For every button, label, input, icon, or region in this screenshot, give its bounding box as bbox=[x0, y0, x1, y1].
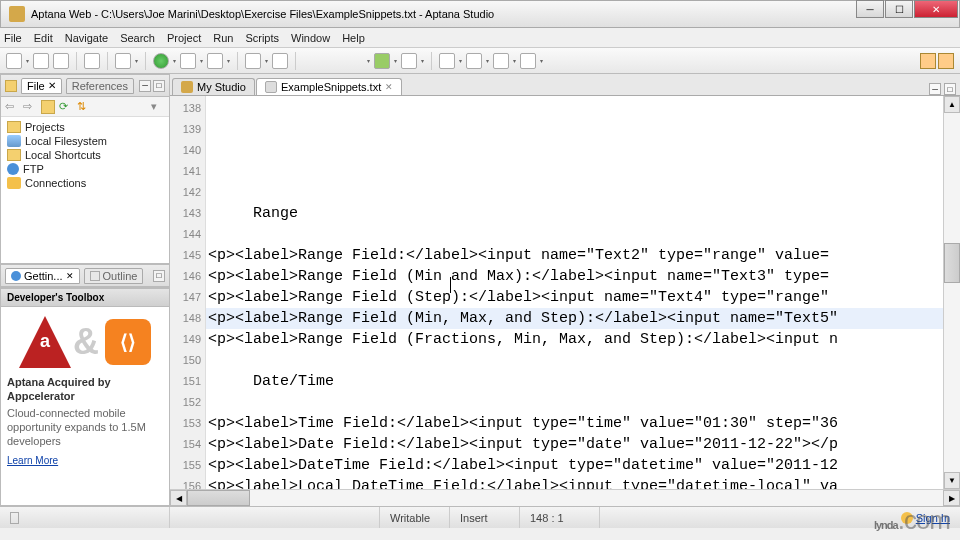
vertical-scrollbar[interactable]: ▲▼ bbox=[943, 96, 960, 489]
menu-icon[interactable]: ▾ bbox=[151, 100, 165, 114]
outline-tab[interactable]: Outline bbox=[84, 268, 144, 284]
tree-connections[interactable]: Connections bbox=[7, 176, 163, 190]
app-icon bbox=[9, 6, 25, 22]
panel2-max-icon[interactable]: □ bbox=[153, 270, 165, 282]
news-body: Cloud-connected mobile opportunity expan… bbox=[7, 406, 163, 449]
status-position: 148 : 1 bbox=[520, 507, 600, 528]
search-icon[interactable] bbox=[272, 53, 288, 69]
panel-min-icon[interactable]: ─ bbox=[139, 80, 151, 92]
perspective-1-icon[interactable] bbox=[920, 53, 936, 69]
tree-shortcuts[interactable]: Local Shortcuts bbox=[7, 148, 163, 162]
menu-search[interactable]: Search bbox=[120, 32, 155, 44]
window-title: Aptana Web - C:\Users\Joe Marini\Desktop… bbox=[31, 8, 494, 20]
maximize-button[interactable]: ☐ bbox=[885, 0, 913, 18]
editor-max-icon[interactable]: □ bbox=[944, 83, 956, 95]
nav3-icon[interactable] bbox=[493, 53, 509, 69]
save-icon[interactable] bbox=[33, 53, 49, 69]
getting-started-tab[interactable]: Gettin... ✕ bbox=[5, 268, 80, 284]
tree-localfs[interactable]: Local Filesystem bbox=[7, 134, 163, 148]
editor-min-icon[interactable]: ─ bbox=[929, 83, 941, 95]
menu-navigate[interactable]: Navigate bbox=[65, 32, 108, 44]
deploy-icon[interactable] bbox=[401, 53, 417, 69]
nav4-icon[interactable] bbox=[520, 53, 536, 69]
file-toolbar: ⇦ ⇨ ⟳ ⇅ ▾ bbox=[1, 97, 169, 117]
status-bar: Writable Insert 148 : 1 Sign In bbox=[0, 506, 960, 528]
news-logo: a&⟨⟩ bbox=[7, 313, 163, 371]
print-icon[interactable] bbox=[84, 53, 100, 69]
panel-max-icon[interactable]: □ bbox=[153, 80, 165, 92]
minimize-button[interactable]: ─ bbox=[856, 0, 884, 18]
back-icon[interactable]: ⇦ bbox=[5, 100, 19, 114]
menu-project[interactable]: Project bbox=[167, 32, 201, 44]
menu-window[interactable]: Window bbox=[291, 32, 330, 44]
nav2-icon[interactable] bbox=[466, 53, 482, 69]
devtoolbox-title: Developer's Toolbox bbox=[1, 289, 169, 307]
perspective-2-icon[interactable] bbox=[938, 53, 954, 69]
titlebar: Aptana Web - C:\Users\Joe Marini\Desktop… bbox=[0, 0, 960, 28]
tree-projects[interactable]: Projects bbox=[7, 120, 163, 134]
code-editor[interactable]: Range <p><label>Range Field:</label><inp… bbox=[206, 96, 943, 489]
horizontal-scrollbar[interactable]: ◀▶ bbox=[170, 489, 960, 506]
tool-icon[interactable] bbox=[115, 53, 131, 69]
new-icon[interactable] bbox=[6, 53, 22, 69]
status-insert: Insert bbox=[450, 507, 520, 528]
main-toolbar: ▾ ▾ ▾ ▾ ▾ ▾ ▾ ▾ ▾ ▾ ▾ ▾ ▾ bbox=[0, 48, 960, 74]
status-writable: Writable bbox=[380, 507, 450, 528]
debug-icon[interactable] bbox=[207, 53, 223, 69]
tree-ftp[interactable]: FTP bbox=[7, 162, 163, 176]
news-headline: Aptana Acquired by Appcelerator bbox=[7, 375, 163, 404]
menu-run[interactable]: Run bbox=[213, 32, 233, 44]
nav1-icon[interactable] bbox=[439, 53, 455, 69]
menu-scripts[interactable]: Scripts bbox=[245, 32, 279, 44]
sync-icon[interactable]: ⇅ bbox=[77, 100, 91, 114]
runext-icon[interactable] bbox=[180, 53, 196, 69]
learn-more-link[interactable]: Learn More bbox=[7, 454, 58, 467]
script-icon[interactable] bbox=[374, 53, 390, 69]
text-caret bbox=[450, 277, 451, 293]
saveall-icon[interactable] bbox=[53, 53, 69, 69]
references-tab[interactable]: References bbox=[66, 78, 134, 94]
tab-mystudio[interactable]: My Studio bbox=[172, 78, 255, 95]
line-gutter: 138 139 140 141 142 143 144 145 146 147 … bbox=[170, 96, 206, 489]
file-tab[interactable]: File ✕ bbox=[21, 78, 62, 94]
status-icon[interactable] bbox=[10, 512, 19, 524]
fwd-icon[interactable]: ⇨ bbox=[23, 100, 37, 114]
menu-file[interactable]: File bbox=[4, 32, 22, 44]
menubar: File Edit Navigate Search Project Run Sc… bbox=[0, 28, 960, 48]
menu-edit[interactable]: Edit bbox=[34, 32, 53, 44]
file-tree: Projects Local Filesystem Local Shortcut… bbox=[1, 117, 169, 193]
menu-help[interactable]: Help bbox=[342, 32, 365, 44]
refresh-icon[interactable]: ⟳ bbox=[59, 100, 73, 114]
run-icon[interactable] bbox=[153, 53, 169, 69]
open-icon[interactable] bbox=[245, 53, 261, 69]
tab-close-icon[interactable]: ✕ bbox=[385, 82, 393, 92]
close-button[interactable]: ✕ bbox=[914, 0, 958, 18]
file-tab-icon bbox=[5, 80, 17, 92]
watermark: lynda.com bbox=[874, 505, 950, 536]
tab-examplesnippets[interactable]: ExampleSnippets.txt✕ bbox=[256, 78, 402, 95]
up-icon[interactable] bbox=[41, 100, 55, 114]
